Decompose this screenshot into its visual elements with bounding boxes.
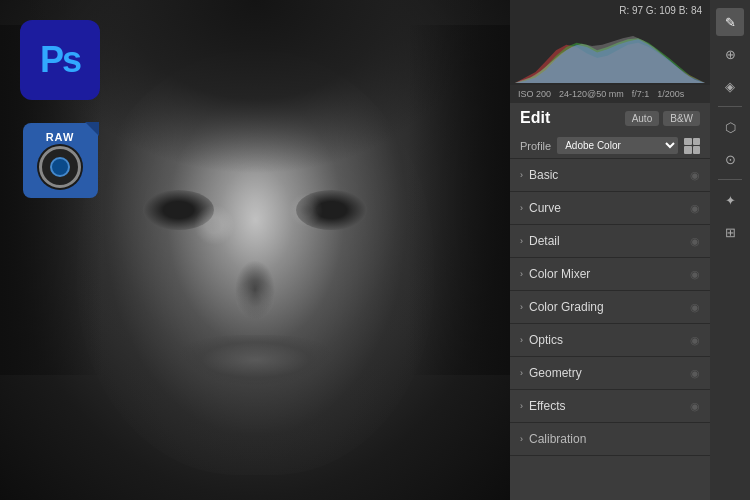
toolbar-mask-icon[interactable]: ⬡ (716, 113, 744, 141)
section-detail[interactable]: › Detail ◉ (510, 225, 710, 258)
photo-area: Ps (0, 0, 510, 500)
section-basic-label: Basic (529, 168, 558, 182)
chevron-basic-icon: › (520, 170, 523, 180)
bw-button[interactable]: B&W (663, 111, 700, 126)
section-geometry[interactable]: › Geometry ◉ (510, 357, 710, 390)
profile-row: Profile Adobe Color (510, 133, 710, 159)
histogram-canvas (515, 23, 705, 83)
lens-value: 24-120@50 mm (559, 89, 624, 99)
section-color-grading[interactable]: › Color Grading ◉ (510, 291, 710, 324)
chevron-calibration-icon: › (520, 434, 523, 444)
histogram-rgb-label: R: 97 G: 109 B: 84 (619, 5, 702, 16)
chevron-curve-icon: › (520, 203, 523, 213)
toolbar-divider-2 (718, 179, 742, 180)
section-detail-left: › Detail (520, 234, 560, 248)
edit-title: Edit (520, 109, 550, 127)
section-color-grading-label: Color Grading (529, 300, 604, 314)
right-panel: R: 97 G: 109 B: 84 ISO 200 24-120@50 mm … (510, 0, 750, 500)
eye-optics-icon[interactable]: ◉ (690, 334, 700, 347)
section-effects-left: › Effects (520, 399, 565, 413)
chevron-color-grading-icon: › (520, 302, 523, 312)
section-calibration-left: › Calibration (520, 432, 586, 446)
section-optics-left: › Optics (520, 333, 563, 347)
toolbar-edit-icon[interactable]: ✎ (716, 8, 744, 36)
section-curve-label: Curve (529, 201, 561, 215)
toolbar-grid-icon[interactable]: ⊞ (716, 218, 744, 246)
section-optics-label: Optics (529, 333, 563, 347)
section-color-mixer-label: Color Mixer (529, 267, 590, 281)
far-right-toolbar: ✎ ⊕ ◈ ⬡ ⊙ ✦ ⊞ (710, 0, 750, 500)
edit-panel: R: 97 G: 109 B: 84 ISO 200 24-120@50 mm … (510, 0, 710, 500)
eye-effects-icon[interactable]: ◉ (690, 400, 700, 413)
toolbar-divider-1 (718, 106, 742, 107)
section-color-mixer-left: › Color Mixer (520, 267, 590, 281)
eye-detail-icon[interactable]: ◉ (690, 235, 700, 248)
histogram-svg (515, 23, 705, 83)
section-basic-left: › Basic (520, 168, 558, 182)
chevron-color-mixer-icon: › (520, 269, 523, 279)
section-curve-left: › Curve (520, 201, 561, 215)
histogram-white (515, 36, 705, 83)
eye-color-mixer-icon[interactable]: ◉ (690, 268, 700, 281)
section-color-mixer[interactable]: › Color Mixer ◉ (510, 258, 710, 291)
ps-logo: Ps (20, 20, 100, 100)
eye-basic-icon[interactable]: ◉ (690, 169, 700, 182)
toolbar-heal-icon[interactable]: ◈ (716, 72, 744, 100)
section-geometry-label: Geometry (529, 366, 582, 380)
profile-grid-icon[interactable] (684, 138, 700, 154)
section-effects-label: Effects (529, 399, 565, 413)
shutter-value: 1/200s (657, 89, 684, 99)
toolbar-crop-icon[interactable]: ⊕ (716, 40, 744, 68)
section-calibration-label: Calibration (529, 432, 586, 446)
iso-value: ISO 200 (518, 89, 551, 99)
section-basic[interactable]: › Basic ◉ (510, 159, 710, 192)
raw-lens-inner (50, 157, 70, 177)
section-curve[interactable]: › Curve ◉ (510, 192, 710, 225)
section-calibration[interactable]: › Calibration (510, 423, 710, 456)
profile-label: Profile (520, 140, 551, 152)
raw-logo (20, 120, 100, 200)
camera-info: ISO 200 24-120@50 mm f/7:1 1/200s (510, 85, 710, 103)
eye-curve-icon[interactable]: ◉ (690, 202, 700, 215)
eye-color-grading-icon[interactable]: ◉ (690, 301, 700, 314)
section-effects[interactable]: › Effects ◉ (510, 390, 710, 423)
edit-sections: › Basic ◉ › Curve ◉ › Detail ◉ (510, 159, 710, 500)
chevron-detail-icon: › (520, 236, 523, 246)
raw-doc-icon (23, 123, 98, 198)
aperture-value: f/7:1 (632, 89, 650, 99)
chevron-optics-icon: › (520, 335, 523, 345)
raw-lens-outer (39, 146, 81, 188)
section-detail-label: Detail (529, 234, 560, 248)
chevron-effects-icon: › (520, 401, 523, 411)
toolbar-preset-icon[interactable]: ✦ (716, 186, 744, 214)
raw-lens-icon (37, 144, 83, 190)
section-optics[interactable]: › Optics ◉ (510, 324, 710, 357)
toolbar-eye-icon[interactable]: ⊙ (716, 145, 744, 173)
profile-select[interactable]: Adobe Color (557, 137, 678, 154)
auto-button[interactable]: Auto (625, 111, 660, 126)
chevron-geometry-icon: › (520, 368, 523, 378)
section-color-grading-left: › Color Grading (520, 300, 604, 314)
histogram-area: R: 97 G: 109 B: 84 (510, 0, 710, 85)
edit-buttons: Auto B&W (625, 111, 700, 126)
edit-header: Edit Auto B&W (510, 103, 710, 133)
eye-geometry-icon[interactable]: ◉ (690, 367, 700, 380)
section-geometry-left: › Geometry (520, 366, 582, 380)
